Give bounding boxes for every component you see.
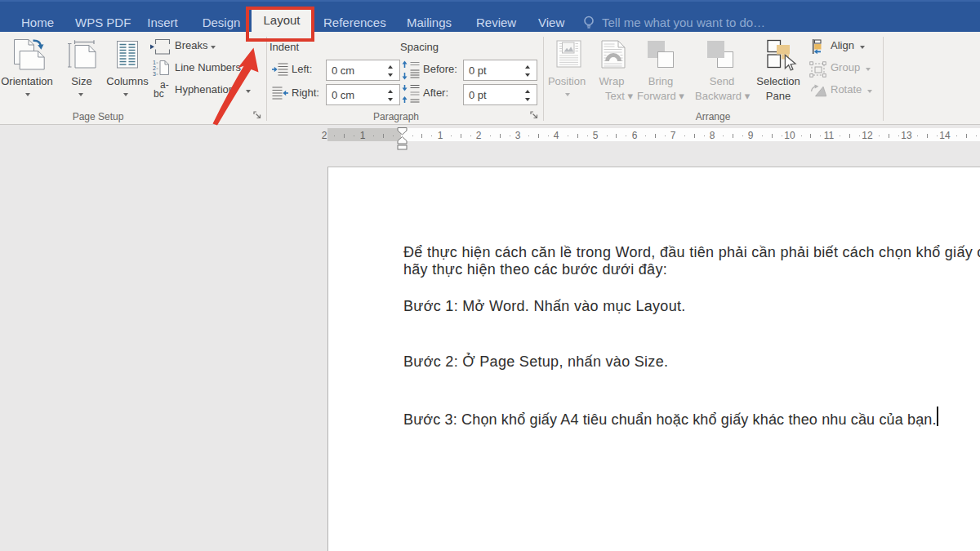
svg-text:3: 3 xyxy=(153,71,156,76)
svg-text:1: 1 xyxy=(153,60,156,65)
svg-text:bc: bc xyxy=(154,88,164,99)
svg-text:2: 2 xyxy=(153,65,156,71)
